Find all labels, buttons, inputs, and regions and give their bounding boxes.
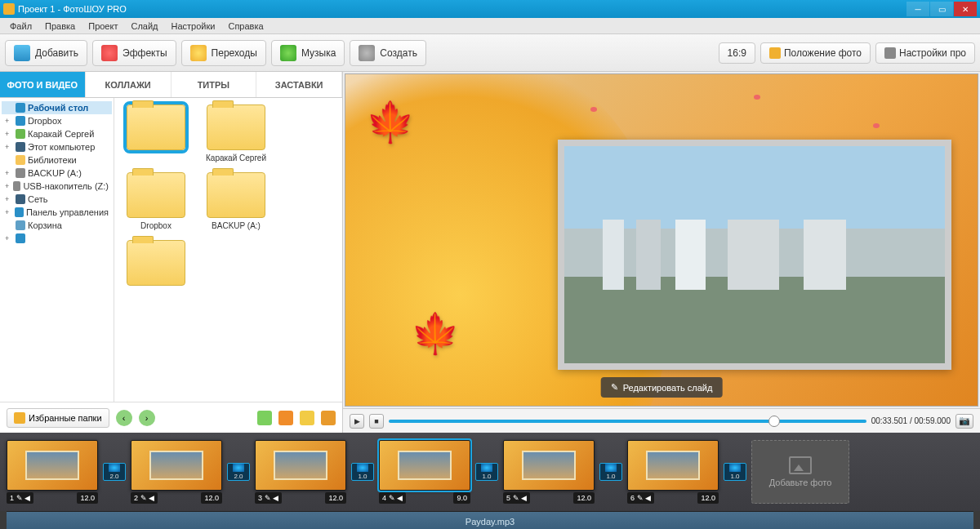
- add-photo-button[interactable]: Добавьте фото: [751, 440, 849, 504]
- tree-label: Библиотеки: [28, 155, 77, 165]
- favorites-button[interactable]: Избранные папки: [7, 408, 109, 428]
- create-button[interactable]: Создать: [350, 40, 426, 66]
- menu-slide[interactable]: Слайд: [124, 20, 164, 33]
- slide-2[interactable]: 2 ✎ ◀12.0: [131, 440, 222, 504]
- expand-icon[interactable]: +: [5, 143, 13, 151]
- menu-edit[interactable]: Правка: [38, 20, 82, 33]
- maximize-button[interactable]: ▭: [930, 2, 953, 16]
- tree-item-dropbox[interactable]: +Dropbox: [2, 114, 112, 127]
- left-footer: Избранные папки ‹ ›: [0, 402, 342, 433]
- note-icon: [280, 45, 296, 61]
- tree-item-backup[interactable]: +BACKUP (A:): [2, 167, 112, 180]
- slide-4[interactable]: 4 ✎ ◀9.0: [379, 440, 470, 504]
- tree-item-usb[interactable]: +USB-накопитель (Z:): [2, 180, 112, 193]
- close-button[interactable]: ✕: [954, 2, 977, 16]
- folder-item[interactable]: Каракай Сергей: [201, 104, 271, 162]
- expand-icon[interactable]: +: [5, 182, 11, 190]
- preview-canvas[interactable]: 🍁 🍁 Редактировать слайд: [345, 73, 978, 407]
- nav-forward-button[interactable]: ›: [139, 410, 155, 426]
- tab-intros[interactable]: ЗАСТАВКИ: [256, 72, 342, 97]
- tree-item-pc[interactable]: +Этот компьютер: [2, 140, 112, 153]
- effects-button[interactable]: Эффекты: [92, 40, 176, 66]
- time-display: 00:33.501 / 00:59.000: [871, 416, 951, 425]
- folder-label: Каракай Сергей: [201, 153, 271, 162]
- tree-item-desktop[interactable]: Рабочий стол: [2, 101, 112, 114]
- photo-frame[interactable]: [558, 140, 951, 370]
- menu-settings[interactable]: Настройки: [165, 20, 222, 33]
- slide-5[interactable]: 5 ✎ ◀12.0: [503, 440, 595, 504]
- tree-icon: [16, 233, 25, 243]
- folder-item[interactable]: Dropbox: [121, 172, 191, 230]
- transition-chip[interactable]: 1.0: [351, 463, 374, 481]
- transition-duration: 1.0: [730, 473, 739, 480]
- expand-icon[interactable]: +: [5, 234, 13, 242]
- home-icon[interactable]: [278, 411, 293, 425]
- folder-label: BACKUP (A:): [201, 221, 271, 230]
- tree-item-libs[interactable]: Библиотеки: [2, 153, 112, 167]
- add-button[interactable]: Добавить: [5, 40, 87, 66]
- expand-icon[interactable]: +: [5, 117, 13, 125]
- transition-icon: [109, 464, 120, 472]
- tree-label: Каракай Сергей: [28, 129, 94, 139]
- left-panel: ФОТО И ВИДЕО КОЛЛАЖИ ТИТРЫ ЗАСТАВКИ Рабо…: [0, 72, 343, 433]
- image-icon: [769, 47, 781, 59]
- folder-tree[interactable]: Рабочий стол+Dropbox+Каракай Сергей+Этот…: [0, 98, 114, 402]
- play-button[interactable]: ▶: [350, 414, 364, 429]
- transition-chip[interactable]: 1.0: [724, 463, 746, 481]
- tree-item-cpanel[interactable]: +Панель управления: [2, 206, 112, 219]
- toolbar: Добавить Эффекты Переходы Музыка Создать…: [0, 34, 980, 72]
- tree-item-user[interactable]: +Каракай Сергей: [2, 127, 112, 140]
- tab-titles[interactable]: ТИТРЫ: [172, 72, 257, 97]
- snapshot-button[interactable]: 📷: [956, 414, 973, 429]
- seek-knob[interactable]: [768, 416, 780, 427]
- transitions-button[interactable]: Переходы: [181, 40, 266, 66]
- expand-icon[interactable]: +: [5, 208, 12, 216]
- transition-chip[interactable]: 2.0: [103, 463, 126, 481]
- folder-grid[interactable]: Каракай СергейDropboxBACKUP (A:): [114, 98, 342, 402]
- tab-photo-video[interactable]: ФОТО И ВИДЕО: [0, 72, 86, 97]
- stop-button[interactable]: ■: [369, 414, 384, 429]
- expand-icon[interactable]: +: [5, 195, 13, 203]
- arrow-down-icon[interactable]: [257, 411, 272, 425]
- slide-thumb: [379, 440, 470, 491]
- tree-item-bin[interactable]: Корзина: [2, 219, 112, 232]
- transition-chip[interactable]: 1.0: [599, 463, 622, 481]
- expand-icon[interactable]: +: [5, 169, 13, 177]
- menu-help[interactable]: Справка: [221, 20, 270, 33]
- music-button[interactable]: Музыка: [271, 40, 345, 66]
- slide-3[interactable]: 3 ✎ ◀12.0: [255, 440, 346, 504]
- tree-item-gear[interactable]: +: [2, 232, 112, 245]
- photo-position-button[interactable]: Положение фото: [760, 42, 871, 64]
- timeline[interactable]: 1 ✎ ◀12.02.02 ✎ ◀12.02.03 ✎ ◀12.01.04 ✎ …: [0, 433, 980, 511]
- folder-icon: [127, 104, 185, 150]
- slide-duration: 12.0: [325, 492, 346, 504]
- menu-file[interactable]: Файл: [3, 20, 38, 33]
- window-title: Проект 1 - ФотоШОУ PRO: [18, 4, 127, 14]
- tree-item-net[interactable]: +Сеть: [2, 193, 112, 206]
- minimize-button[interactable]: ─: [906, 2, 929, 16]
- project-settings-button[interactable]: Настройки про: [875, 42, 975, 64]
- slide-duration: 12.0: [573, 492, 595, 504]
- folder-open-icon[interactable]: [321, 411, 336, 425]
- menu-project[interactable]: Проект: [82, 20, 124, 33]
- folder-icon: [14, 412, 25, 424]
- aspect-ratio-button[interactable]: 16:9: [719, 42, 755, 64]
- tree-label: BACKUP (A:): [28, 168, 82, 178]
- left-tabs: ФОТО И ВИДЕО КОЛЛАЖИ ТИТРЫ ЗАСТАВКИ: [0, 72, 342, 98]
- expand-icon[interactable]: +: [5, 130, 13, 138]
- seek-slider[interactable]: [389, 420, 866, 423]
- note-icon[interactable]: [300, 411, 314, 425]
- folder-item[interactable]: [121, 240, 191, 289]
- nav-back-button[interactable]: ‹: [116, 410, 132, 426]
- audio-track[interactable]: Payday.mp3: [7, 511, 973, 529]
- transition-chip[interactable]: 1.0: [475, 463, 498, 481]
- tab-collages[interactable]: КОЛЛАЖИ: [86, 72, 172, 97]
- slide-6[interactable]: 6 ✎ ◀12.0: [627, 440, 719, 504]
- slide-1[interactable]: 1 ✎ ◀12.0: [7, 440, 98, 504]
- folder-item[interactable]: [121, 104, 191, 162]
- tree-icon: [13, 181, 20, 191]
- edit-slide-button[interactable]: Редактировать слайд: [601, 377, 723, 398]
- folder-item[interactable]: BACKUP (A:): [201, 172, 271, 230]
- playbar: ▶ ■ 00:33.501 / 00:59.000 📷: [343, 408, 980, 433]
- transition-chip[interactable]: 2.0: [227, 463, 250, 481]
